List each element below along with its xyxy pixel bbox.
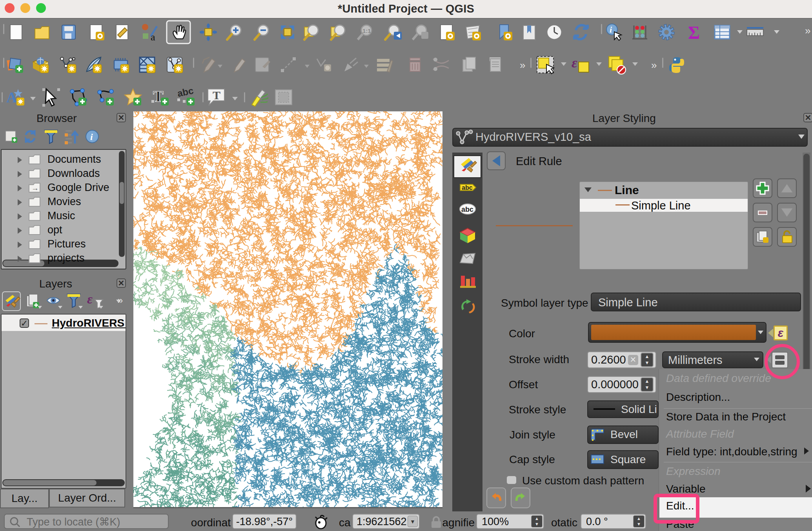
svg-text:i: i (610, 25, 612, 35)
svg-text:»: » (520, 59, 525, 71)
svg-text:ε: ε (572, 55, 577, 71)
svg-text:T: T (213, 89, 220, 102)
svg-text:a: a (151, 31, 155, 43)
svg-text:i: i (90, 132, 93, 142)
svg-text:»: » (118, 295, 123, 306)
svg-text:abc: abc (462, 184, 473, 191)
svg-text:Σ: Σ (688, 23, 700, 43)
svg-text:ε: ε (87, 292, 93, 306)
svg-text:»: » (651, 59, 657, 71)
svg-text:1:1: 1:1 (362, 27, 371, 34)
svg-text:abc: abc (176, 85, 194, 99)
svg-text:A: A (6, 89, 17, 105)
svg-text:abc: abc (461, 205, 473, 213)
svg-text:»: » (805, 25, 810, 36)
